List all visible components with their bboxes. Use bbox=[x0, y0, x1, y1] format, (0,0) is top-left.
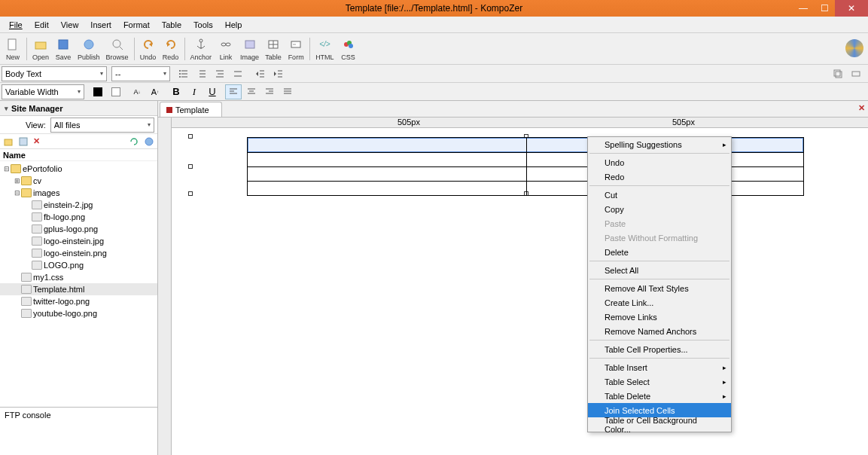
browse-button[interactable]: Browse bbox=[103, 37, 132, 61]
resize-handle[interactable] bbox=[188, 164, 193, 169]
text-color-button[interactable] bbox=[90, 84, 106, 99]
menu-help[interactable]: Help bbox=[219, 19, 248, 31]
resize-handle[interactable] bbox=[188, 134, 193, 139]
name-column-header[interactable]: Name bbox=[0, 149, 157, 161]
tree-node[interactable]: ⊟images bbox=[0, 187, 157, 199]
tree-node[interactable]: my1.css bbox=[0, 271, 157, 283]
remove-site-icon[interactable]: ✕ bbox=[33, 136, 40, 146]
site-manager-header[interactable]: Site Manager bbox=[0, 101, 157, 116]
menu-separator bbox=[589, 261, 729, 261]
new-site-icon[interactable] bbox=[3, 136, 14, 147]
direction-button[interactable] bbox=[848, 66, 864, 81]
context-menu-item[interactable]: Remove Links bbox=[588, 310, 731, 324]
undo-button[interactable]: Undo bbox=[137, 37, 160, 61]
bold-button[interactable]: B bbox=[168, 84, 184, 99]
close-button[interactable]: ✕ bbox=[835, 0, 868, 17]
context-menu-item[interactable]: Delete bbox=[588, 245, 731, 259]
context-menu-item[interactable]: Cut bbox=[588, 188, 731, 202]
numbered-list-button[interactable] bbox=[193, 66, 210, 81]
tree-twist-icon[interactable]: ⊞ bbox=[14, 177, 21, 185]
maximize-button[interactable]: ☐ bbox=[814, 0, 835, 17]
context-menu-item[interactable]: Table Select bbox=[588, 374, 731, 389]
increase-font-button[interactable]: A↑ bbox=[147, 84, 163, 99]
context-menu-item[interactable]: Table or Cell Background Color... bbox=[588, 417, 731, 432]
class-select[interactable]: --▾ bbox=[111, 66, 170, 81]
paragraph-select[interactable]: Body Text▾ bbox=[2, 66, 107, 81]
tree-node[interactable]: Template.html bbox=[0, 283, 157, 295]
edit-surface[interactable] bbox=[172, 128, 868, 455]
bg-color-button[interactable] bbox=[108, 84, 124, 99]
image-button[interactable]: Image bbox=[237, 37, 262, 61]
menu-file[interactable]: File bbox=[3, 19, 29, 31]
align-right-button[interactable] bbox=[261, 84, 278, 99]
save-button[interactable]: Save bbox=[52, 37, 75, 61]
table-button[interactable]: Table bbox=[262, 37, 285, 61]
menu-tools[interactable]: Tools bbox=[187, 19, 219, 31]
tree-node[interactable]: logo-einstein.jpg bbox=[0, 235, 157, 247]
context-menu-item[interactable]: Table Delete bbox=[588, 389, 731, 403]
tree-node[interactable]: ⊞cv bbox=[0, 175, 157, 187]
globe-small-icon[interactable] bbox=[144, 136, 154, 147]
form-button[interactable]: Form bbox=[285, 37, 307, 61]
tree-twist-icon[interactable]: ⊟ bbox=[14, 189, 21, 197]
decrease-font-button[interactable]: A↓ bbox=[129, 84, 145, 99]
link-button[interactable]: Link bbox=[215, 37, 237, 61]
redo-button[interactable]: Redo bbox=[160, 37, 182, 61]
context-menu-item[interactable]: Table Insert bbox=[588, 360, 731, 374]
menu-insert[interactable]: Insert bbox=[84, 19, 117, 31]
indent-button[interactable] bbox=[270, 66, 287, 81]
tree-node[interactable]: logo-einstein.png bbox=[0, 247, 157, 259]
tree-node[interactable]: ⊟ePortofolio bbox=[0, 163, 157, 175]
anchor-button[interactable]: Anchor bbox=[187, 37, 215, 61]
context-menu-item[interactable]: Remove Named Anchors bbox=[588, 324, 731, 338]
open-button[interactable]: Open bbox=[29, 37, 52, 61]
context-menu-item[interactable]: Create Link... bbox=[588, 295, 731, 310]
align-justify-button[interactable] bbox=[279, 84, 296, 99]
publish-button[interactable]: Publish bbox=[75, 37, 103, 61]
font-select[interactable]: Variable Width▾ bbox=[2, 84, 84, 99]
menu-table[interactable]: Table bbox=[156, 19, 187, 31]
def-term-button[interactable] bbox=[230, 66, 246, 81]
context-menu-item[interactable]: Remove All Text Styles bbox=[588, 281, 731, 295]
new-button[interactable]: New bbox=[2, 37, 24, 61]
anchor-label: Anchor bbox=[190, 53, 212, 61]
context-menu-item[interactable]: Redo bbox=[588, 169, 731, 184]
tree-node[interactable]: einstein-2.jpg bbox=[0, 199, 157, 211]
align-center-button[interactable] bbox=[243, 84, 260, 99]
align-left-button[interactable] bbox=[225, 84, 242, 99]
column-divider[interactable] bbox=[526, 138, 527, 195]
context-menu-item[interactable]: Select All bbox=[588, 263, 731, 277]
tree-node[interactable]: fb-logo.png bbox=[0, 211, 157, 223]
html-button[interactable]: </>HTML bbox=[312, 37, 337, 61]
minimize-button[interactable]: — bbox=[793, 0, 814, 17]
menu-file-label: File bbox=[9, 20, 23, 29]
tab-close-button[interactable]: ✕ bbox=[858, 103, 865, 113]
menu-view[interactable]: View bbox=[55, 19, 85, 31]
tree-node[interactable]: LOGO.png bbox=[0, 259, 157, 271]
menu-format[interactable]: Format bbox=[117, 19, 156, 31]
tab-template[interactable]: Template bbox=[160, 102, 222, 117]
css-button[interactable]: CSS bbox=[337, 37, 360, 61]
context-menu-item[interactable]: Undo bbox=[588, 155, 731, 169]
italic-button[interactable]: I bbox=[186, 84, 203, 99]
layer-button[interactable] bbox=[830, 66, 846, 81]
tree-node[interactable]: youtube-logo.png bbox=[0, 307, 157, 319]
context-menu-item[interactable]: Table Cell Properties... bbox=[588, 342, 731, 356]
outdent-button[interactable] bbox=[252, 66, 269, 81]
menu-edit[interactable]: Edit bbox=[29, 19, 55, 31]
edit-site-icon[interactable] bbox=[18, 136, 29, 147]
resize-handle[interactable] bbox=[188, 191, 193, 196]
bullet-list-button[interactable] bbox=[175, 66, 192, 81]
view-select[interactable]: All files▾ bbox=[50, 118, 154, 133]
new-label: New bbox=[6, 53, 20, 61]
refresh-icon[interactable] bbox=[129, 136, 139, 147]
def-list-button[interactable] bbox=[212, 66, 228, 81]
underline-button[interactable]: U bbox=[204, 84, 221, 99]
context-menu-item[interactable]: Copy bbox=[588, 202, 731, 216]
globe-icon[interactable] bbox=[845, 39, 863, 57]
tree-twist-icon[interactable]: ⊟ bbox=[3, 165, 11, 173]
tree-node[interactable]: gplus-logo.png bbox=[0, 223, 157, 235]
tree-node[interactable]: twitter-logo.png bbox=[0, 295, 157, 307]
menu-view-label: View bbox=[61, 20, 79, 29]
context-menu-item[interactable]: Spelling Suggestions bbox=[588, 137, 731, 151]
